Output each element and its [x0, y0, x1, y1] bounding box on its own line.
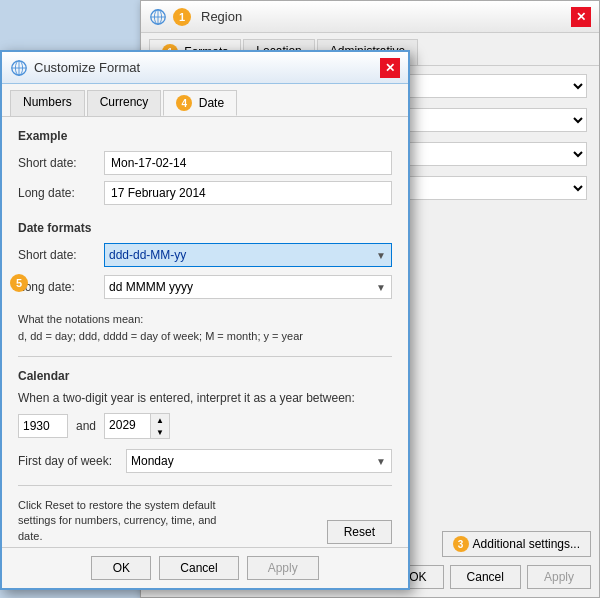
cust-tab-date[interactable]: 4 Date: [163, 90, 237, 116]
long-date-select[interactable]: dd MMMM yyyy MMMM dd, yyyy dddd, MMMM dd…: [104, 275, 392, 299]
customize-apply-button[interactable]: Apply: [247, 556, 319, 580]
short-date-format-label: Short date:: [18, 248, 98, 262]
cust-tab-numbers[interactable]: Numbers: [10, 90, 85, 116]
year-spinner-down[interactable]: ▼: [151, 426, 169, 438]
customize-close-button[interactable]: ✕: [380, 58, 400, 78]
short-date-example-value: Mon-17-02-14: [104, 151, 392, 175]
region-cancel-button[interactable]: Cancel: [450, 565, 521, 589]
customize-titlebar: Customize Format ✕: [2, 52, 408, 84]
customize-format-dialog: Customize Format ✕ Numbers Currency 4 Da…: [0, 50, 410, 590]
long-date-select-wrap: dd MMMM yyyy MMMM dd, yyyy dddd, MMMM dd…: [104, 275, 392, 299]
additional-settings-button[interactable]: 3 Additional settings...: [442, 531, 591, 557]
divider-1: [18, 356, 392, 357]
calendar-label: Calendar: [18, 369, 392, 383]
short-date-example-label: Short date:: [18, 156, 98, 170]
region-apply-button[interactable]: Apply: [527, 565, 591, 589]
first-day-select[interactable]: Monday Sunday Saturday: [126, 449, 392, 473]
region-title: Region: [201, 9, 242, 24]
customize-ok-button[interactable]: OK: [91, 556, 151, 580]
first-day-label: First day of week:: [18, 454, 118, 468]
year-and-label: and: [76, 419, 96, 433]
year-to-spinner: ▲ ▼: [104, 413, 170, 439]
badge-5: 5: [10, 274, 28, 292]
reset-button[interactable]: Reset: [327, 520, 392, 544]
badge-1: 1: [173, 8, 191, 26]
long-date-example-label: Long date:: [18, 186, 98, 200]
customize-body: Example Short date: Mon-17-02-14 Long da…: [2, 117, 408, 565]
example-section-label: Example: [18, 129, 392, 143]
long-date-example-value: 17 February 2014: [104, 181, 392, 205]
globe-icon: [149, 8, 167, 26]
date-formats-label: Date formats: [18, 221, 392, 235]
short-date-format-row: Short date: ddd-dd-MM-yy ▼: [18, 243, 392, 267]
long-date-format-row: Long date: dd MMMM yyyy MMMM dd, yyyy dd…: [18, 275, 392, 299]
badge-4: 4: [176, 95, 192, 111]
long-date-format-label: Long date:: [18, 280, 98, 294]
divider-2: [18, 485, 392, 486]
year-from-input[interactable]: [18, 414, 68, 438]
badge-3: 3: [453, 536, 469, 552]
region-close-button[interactable]: ✕: [571, 7, 591, 27]
year-range-row: and ▲ ▼: [18, 413, 392, 439]
notation-line1: What the notations mean:: [18, 311, 392, 328]
example-grid: Short date: Mon-17-02-14 Long date: 17 F…: [18, 151, 392, 205]
region-titlebar: 1 Region ✕: [141, 1, 599, 33]
reset-description: Click Reset to restore the system defaul…: [18, 498, 238, 544]
customize-cancel-button[interactable]: Cancel: [159, 556, 238, 580]
year-to-input[interactable]: [105, 414, 150, 436]
calendar-section: Calendar When a two-digit year is entere…: [18, 369, 392, 473]
first-day-row: First day of week: Monday Sunday Saturda…: [18, 449, 392, 473]
customize-globe-icon: [10, 59, 28, 77]
customize-dialog-title: Customize Format: [34, 60, 140, 75]
cust-tab-currency[interactable]: Currency: [87, 90, 162, 116]
customize-tabs: Numbers Currency 4 Date: [2, 84, 408, 117]
reset-section: Click Reset to restore the system defaul…: [18, 498, 392, 544]
short-date-select[interactable]: ddd-dd-MM-yy: [104, 243, 392, 267]
date-formats-section: Date formats Short date: ddd-dd-MM-yy ▼ …: [18, 221, 392, 299]
first-day-select-wrap: Monday Sunday Saturday ▼: [126, 449, 392, 473]
customize-footer: OK Cancel Apply: [2, 547, 408, 588]
year-spinner-up[interactable]: ▲: [151, 414, 169, 426]
notation-section: What the notations mean: d, dd = day; dd…: [18, 311, 392, 344]
short-date-select-wrap: ddd-dd-MM-yy ▼: [104, 243, 392, 267]
year-spinner-arrows: ▲ ▼: [150, 414, 169, 438]
calendar-desc: When a two-digit year is entered, interp…: [18, 391, 392, 405]
notation-line2: d, dd = day; ddd, dddd = day of week; M …: [18, 328, 392, 345]
